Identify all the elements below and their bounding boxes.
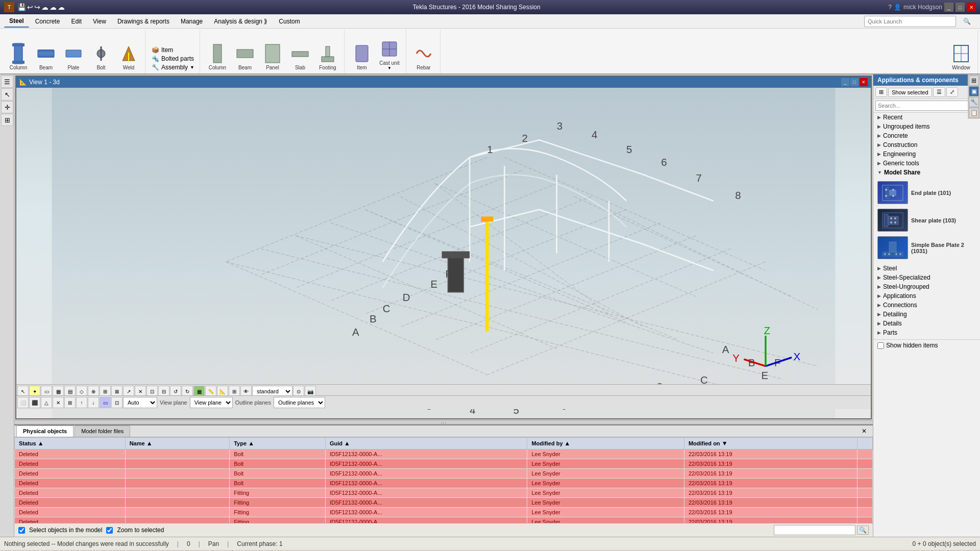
footer-search-input[interactable] <box>774 525 855 535</box>
ribbon-plate-btn[interactable]: Plate <box>60 41 87 71</box>
tree-item-model-share[interactable]: ▼Model Share <box>873 168 980 177</box>
panel-grid-view-btn[interactable]: ⊞ <box>875 87 887 97</box>
show-hidden-checkbox[interactable] <box>877 342 884 349</box>
menu-custom[interactable]: Custom <box>274 16 305 27</box>
table-row[interactable]: Deleted Bolt ID5F12132-0000-A... Lee Sny… <box>15 449 873 459</box>
component-card-baseplate[interactable]: Simple Base Plate 2 (1031) <box>875 234 978 262</box>
bottom-tree-item-steel-specialized[interactable]: ▶Steel-Specialized <box>873 273 980 282</box>
panel-collapse-arrow[interactable]: ▶ <box>873 295 873 316</box>
auto-select[interactable]: Auto Manual <box>123 397 157 408</box>
view-controls[interactable]: _ □ ✕ <box>841 78 868 86</box>
sidebar-menu-btn[interactable]: ☰ <box>1 76 13 88</box>
ribbon-footing-btn[interactable]: Footing <box>314 41 341 71</box>
sidebar-snap-btn[interactable]: ⊞ <box>1 114 13 126</box>
ribbon-window-btn[interactable]: Window <box>948 41 974 71</box>
quick-launch-input[interactable] <box>864 16 956 27</box>
table-row[interactable]: Deleted Fitting ID5F12132-0000-A... Lee … <box>15 517 873 523</box>
tab-physical-objects[interactable]: Physical objects <box>16 425 74 437</box>
zoom-to-selected-checkbox[interactable] <box>106 527 113 534</box>
select-objects-checkbox[interactable] <box>18 527 25 534</box>
bottom-tree-item-steel[interactable]: ▶Steel <box>873 264 980 273</box>
obj-sel-btn[interactable]: ⬜ <box>17 397 29 408</box>
obj-sel5-btn[interactable]: ⊞ <box>64 397 76 408</box>
close-btn[interactable]: ✕ <box>967 3 976 12</box>
menu-analysis[interactable]: Analysis & design ⟫ <box>209 16 273 27</box>
table-row[interactable]: Deleted Fitting ID5F12132-0000-A... Lee … <box>15 488 873 498</box>
obj-sel7-btn[interactable]: ↓ <box>88 397 99 408</box>
view-close-btn[interactable]: ✕ <box>860 78 868 86</box>
panel-collapse-handle[interactable] <box>14 420 873 424</box>
bottom-panel-close[interactable]: ✕ <box>857 425 871 437</box>
view-minimize-btn[interactable]: _ <box>841 78 849 86</box>
tree-item-concrete[interactable]: ▶Concrete <box>873 131 980 140</box>
ribbon-bolted-parts-btn[interactable]: 🔩 Bolted parts <box>150 55 197 63</box>
bottom-tree-item-details[interactable]: ▶Details <box>873 319 980 328</box>
panel-expand-btn[interactable]: ⤢ <box>946 87 958 97</box>
ribbon-beam-btn[interactable]: Beam <box>33 41 59 71</box>
col-guid[interactable]: Guid ▲ <box>325 438 527 449</box>
obj-sel6-btn[interactable]: ↑ <box>76 397 87 408</box>
ribbon-concrete-beam-btn[interactable]: Beam <box>232 41 258 71</box>
tree-item-engineering[interactable]: ▶Engineering <box>873 149 980 159</box>
component-card-endplate[interactable]: End plate (101) <box>875 179 978 207</box>
menu-drawings[interactable]: Drawings & reports <box>112 16 175 27</box>
col-name[interactable]: Name ▲ <box>125 438 230 449</box>
ribbon-bolt-btn[interactable]: Bolt <box>88 41 114 71</box>
menu-concrete[interactable]: Concrete <box>30 16 65 27</box>
col-modified-on[interactable]: Modified on ▼ <box>684 438 857 449</box>
col-type[interactable]: Type ▲ <box>230 438 326 449</box>
ribbon-slab-btn[interactable]: Slab <box>287 41 313 71</box>
obj-sel8-btn[interactable]: ▭ <box>100 397 111 408</box>
obj-sel4-btn[interactable]: ✕ <box>53 397 64 408</box>
obj-sel3-btn[interactable]: △ <box>41 397 52 408</box>
toolbar-quick-access[interactable]: 💾 ↩ ↪ ☁ ☁ ☁ <box>17 3 65 11</box>
search-icon[interactable]: 🔍 <box>958 16 976 27</box>
menu-manage[interactable]: Manage <box>176 16 208 27</box>
minimize-btn[interactable]: _ <box>944 3 953 12</box>
bottom-tree-item-parts[interactable]: ▶Parts <box>873 328 980 337</box>
ribbon-panel-btn[interactable]: Panel <box>259 41 286 71</box>
bottom-tree-item-connections[interactable]: ▶Connections <box>873 300 980 310</box>
obj-sel2-btn[interactable]: ⬛ <box>29 397 40 408</box>
sidebar-cursor-btn[interactable]: ✛ <box>1 101 13 113</box>
tree-item-generic-tools[interactable]: ▶Generic tools <box>873 159 980 168</box>
ribbon-weld-btn[interactable]: Weld <box>115 41 142 71</box>
table-row[interactable]: Deleted Bolt ID5F12132-0000-A... Lee Sny… <box>15 479 873 488</box>
maximize-btn[interactable]: □ <box>955 3 965 12</box>
col-status[interactable]: Status ▲ <box>15 438 126 449</box>
table-row[interactable]: Deleted Fitting ID5F12132-0000-A... Lee … <box>15 508 873 517</box>
panel-icon-3d[interactable]: ▣ <box>969 86 979 96</box>
ribbon-assembly-btn[interactable]: 🔧 Assembly ▼ <box>150 63 197 71</box>
obj-sel9-btn[interactable]: ⊡ <box>111 397 122 408</box>
table-row[interactable]: Deleted Bolt ID5F12132-0000-A... Lee Sny… <box>15 469 873 479</box>
component-card-shearplate[interactable]: Shear plate (103) <box>875 207 978 234</box>
panel-search-input[interactable] <box>875 101 969 111</box>
table-row[interactable]: Deleted Fitting ID5F12132-0000-A... Lee … <box>15 498 873 508</box>
tree-item-recent[interactable]: ▶Recent <box>873 113 980 122</box>
bottom-tree-item-applications[interactable]: ▶Applications <box>873 291 980 300</box>
panel-icon-props[interactable]: 📋 <box>969 108 979 118</box>
ribbon-cast-item-btn[interactable]: Item <box>349 41 375 71</box>
window-controls[interactable]: _ □ ✕ <box>944 3 976 12</box>
panel-icon-parts[interactable]: 🔧 <box>969 97 979 107</box>
bottom-tree-item-detailing[interactable]: ▶Detailing <box>873 310 980 319</box>
menu-edit[interactable]: Edit <box>66 16 87 27</box>
menu-steel[interactable]: Steel <box>4 15 29 28</box>
outline-planes-select[interactable]: Outline planes <box>274 397 325 408</box>
model-view[interactable]: 1 2 3 4 5 6 7 8 A B C D <box>16 88 871 418</box>
panel-list-view-btn[interactable]: ☰ <box>933 87 945 97</box>
table-row[interactable]: Deleted Bolt ID5F12132-0000-A... Lee Sny… <box>15 459 873 469</box>
view-plane-select[interactable]: View plane <box>190 397 233 408</box>
footer-search-icon[interactable]: 🔍 <box>857 525 869 535</box>
panel-show-selected-btn[interactable]: Show selected <box>888 88 932 97</box>
sidebar-select-btn[interactable]: ↖ <box>1 88 13 101</box>
col-modified-by[interactable]: Modified by ▲ <box>527 438 684 449</box>
ribbon-cast-unit-btn[interactable]: Cast unit ▼ <box>376 37 403 71</box>
ribbon-concrete-column-btn[interactable]: Column <box>204 41 231 71</box>
bottom-tree-item-steel-ungrouped[interactable]: ▶Steel-Ungrouped <box>873 282 980 291</box>
panel-icon-grid[interactable]: ⊞ <box>969 76 979 86</box>
view-restore-btn[interactable]: □ <box>850 78 859 86</box>
tab-model-folder[interactable]: Model folder files <box>75 425 130 437</box>
ribbon-rebar-btn[interactable]: Rebar <box>410 41 437 71</box>
menu-view[interactable]: View <box>88 16 111 27</box>
